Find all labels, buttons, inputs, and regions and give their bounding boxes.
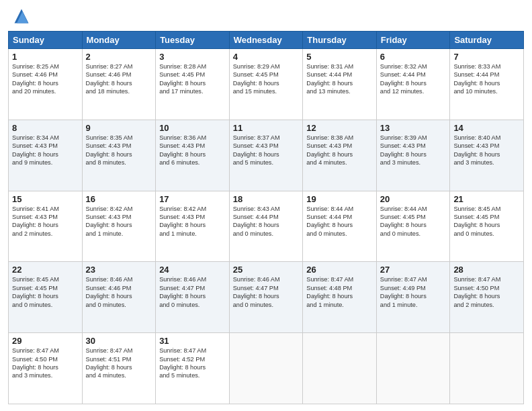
calendar-cell: 25Sunrise: 8:46 AMSunset: 4:47 PMDayligh…	[229, 262, 303, 333]
calendar-cell: 26Sunrise: 8:47 AMSunset: 4:48 PMDayligh…	[303, 262, 377, 333]
day-number: 5	[306, 52, 373, 62]
calendar-cell: 23Sunrise: 8:46 AMSunset: 4:46 PMDayligh…	[82, 262, 156, 333]
cell-content: Sunrise: 8:29 AMSunset: 4:45 PMDaylight:…	[233, 62, 300, 96]
cell-content: Sunrise: 8:47 AMSunset: 4:48 PMDaylight:…	[306, 275, 373, 309]
day-number: 31	[159, 336, 226, 346]
cell-content: Sunrise: 8:46 AMSunset: 4:47 PMDaylight:…	[159, 275, 226, 309]
cell-content: Sunrise: 8:46 AMSunset: 4:46 PMDaylight:…	[86, 275, 152, 309]
calendar-cell: 16Sunrise: 8:42 AMSunset: 4:43 PMDayligh…	[82, 191, 156, 262]
cell-content: Sunrise: 8:28 AMSunset: 4:45 PMDaylight:…	[159, 62, 226, 96]
day-number: 29	[12, 336, 79, 346]
calendar-table: SundayMondayTuesdayWednesdayThursdayFrid…	[8, 31, 524, 404]
calendar-cell: 22Sunrise: 8:45 AMSunset: 4:45 PMDayligh…	[9, 262, 83, 333]
logo-icon	[12, 7, 31, 26]
day-number: 17	[159, 194, 226, 204]
calendar-cell: 21Sunrise: 8:45 AMSunset: 4:45 PMDayligh…	[450, 191, 524, 262]
calendar-cell	[229, 333, 303, 404]
day-number: 28	[453, 265, 520, 275]
calendar-cell: 12Sunrise: 8:38 AMSunset: 4:43 PMDayligh…	[303, 120, 377, 191]
logo-area	[8, 7, 31, 26]
day-header-wednesday: Wednesday	[229, 32, 303, 49]
day-header-sunday: Sunday	[9, 32, 83, 49]
calendar-week-4: 22Sunrise: 8:45 AMSunset: 4:45 PMDayligh…	[9, 262, 524, 333]
day-number: 10	[159, 123, 226, 133]
day-number: 26	[306, 265, 373, 275]
calendar-week-5: 29Sunrise: 8:47 AMSunset: 4:50 PMDayligh…	[9, 333, 524, 404]
calendar-cell: 14Sunrise: 8:40 AMSunset: 4:43 PMDayligh…	[450, 120, 524, 191]
calendar-week-1: 1Sunrise: 8:25 AMSunset: 4:46 PMDaylight…	[9, 49, 524, 120]
calendar-cell: 1Sunrise: 8:25 AMSunset: 4:46 PMDaylight…	[9, 49, 83, 120]
calendar-cell: 3Sunrise: 8:28 AMSunset: 4:45 PMDaylight…	[156, 49, 230, 120]
calendar-cell: 8Sunrise: 8:34 AMSunset: 4:43 PMDaylight…	[9, 120, 83, 191]
day-number: 14	[453, 123, 520, 133]
day-number: 18	[233, 194, 300, 204]
day-number: 4	[233, 52, 300, 62]
cell-content: Sunrise: 8:33 AMSunset: 4:44 PMDaylight:…	[453, 62, 520, 96]
day-number: 23	[86, 265, 152, 275]
cell-content: Sunrise: 8:44 AMSunset: 4:45 PMDaylight:…	[380, 205, 447, 238]
cell-content: Sunrise: 8:45 AMSunset: 4:45 PMDaylight:…	[453, 205, 520, 238]
calendar-cell: 24Sunrise: 8:46 AMSunset: 4:47 PMDayligh…	[156, 262, 230, 333]
calendar-cell: 11Sunrise: 8:37 AMSunset: 4:43 PMDayligh…	[229, 120, 303, 191]
cell-content: Sunrise: 8:27 AMSunset: 4:46 PMDaylight:…	[86, 62, 152, 96]
calendar-cell: 29Sunrise: 8:47 AMSunset: 4:50 PMDayligh…	[9, 333, 83, 404]
calendar-cell: 2Sunrise: 8:27 AMSunset: 4:46 PMDaylight…	[82, 49, 156, 120]
day-number: 16	[86, 194, 152, 204]
cell-content: Sunrise: 8:42 AMSunset: 4:43 PMDaylight:…	[86, 205, 152, 238]
cell-content: Sunrise: 8:41 AMSunset: 4:43 PMDaylight:…	[12, 205, 79, 238]
cell-content: Sunrise: 8:38 AMSunset: 4:43 PMDaylight:…	[306, 134, 373, 167]
day-number: 11	[233, 123, 300, 133]
calendar-cell: 19Sunrise: 8:44 AMSunset: 4:44 PMDayligh…	[303, 191, 377, 262]
cell-content: Sunrise: 8:32 AMSunset: 4:44 PMDaylight:…	[380, 62, 447, 96]
day-number: 30	[86, 336, 152, 346]
calendar-cell: 20Sunrise: 8:44 AMSunset: 4:45 PMDayligh…	[376, 191, 450, 262]
cell-content: Sunrise: 8:44 AMSunset: 4:44 PMDaylight:…	[306, 205, 373, 238]
day-number: 13	[380, 123, 447, 133]
day-header-thursday: Thursday	[303, 32, 377, 49]
cell-content: Sunrise: 8:47 AMSunset: 4:50 PMDaylight:…	[12, 347, 79, 380]
day-number: 20	[380, 194, 447, 204]
calendar-cell: 27Sunrise: 8:47 AMSunset: 4:49 PMDayligh…	[376, 262, 450, 333]
calendar-cell: 17Sunrise: 8:42 AMSunset: 4:43 PMDayligh…	[156, 191, 230, 262]
calendar-cell	[376, 333, 450, 404]
calendar-cell: 4Sunrise: 8:29 AMSunset: 4:45 PMDaylight…	[229, 49, 303, 120]
calendar-cell: 18Sunrise: 8:43 AMSunset: 4:44 PMDayligh…	[229, 191, 303, 262]
calendar-week-2: 8Sunrise: 8:34 AMSunset: 4:43 PMDaylight…	[9, 120, 524, 191]
cell-content: Sunrise: 8:40 AMSunset: 4:43 PMDaylight:…	[453, 134, 520, 167]
day-number: 19	[306, 194, 373, 204]
cell-content: Sunrise: 8:42 AMSunset: 4:43 PMDaylight:…	[159, 205, 226, 238]
day-header-saturday: Saturday	[450, 32, 524, 49]
calendar-cell: 10Sunrise: 8:36 AMSunset: 4:43 PMDayligh…	[156, 120, 230, 191]
calendar-cell	[303, 333, 377, 404]
cell-content: Sunrise: 8:25 AMSunset: 4:46 PMDaylight:…	[12, 62, 79, 96]
cell-content: Sunrise: 8:46 AMSunset: 4:47 PMDaylight:…	[233, 275, 300, 309]
day-number: 21	[453, 194, 520, 204]
cell-content: Sunrise: 8:47 AMSunset: 4:52 PMDaylight:…	[159, 347, 226, 380]
calendar-cell: 7Sunrise: 8:33 AMSunset: 4:44 PMDaylight…	[450, 49, 524, 120]
day-number: 12	[306, 123, 373, 133]
calendar-cell: 15Sunrise: 8:41 AMSunset: 4:43 PMDayligh…	[9, 191, 83, 262]
day-number: 22	[12, 265, 79, 275]
calendar-cell: 9Sunrise: 8:35 AMSunset: 4:43 PMDaylight…	[82, 120, 156, 191]
cell-content: Sunrise: 8:39 AMSunset: 4:43 PMDaylight:…	[380, 134, 447, 167]
day-header-tuesday: Tuesday	[156, 32, 230, 49]
day-number: 15	[12, 194, 79, 204]
calendar-cell: 6Sunrise: 8:32 AMSunset: 4:44 PMDaylight…	[376, 49, 450, 120]
day-number: 27	[380, 265, 447, 275]
cell-content: Sunrise: 8:34 AMSunset: 4:43 PMDaylight:…	[12, 134, 79, 167]
cell-content: Sunrise: 8:36 AMSunset: 4:43 PMDaylight:…	[159, 134, 226, 167]
calendar-cell: 30Sunrise: 8:47 AMSunset: 4:51 PMDayligh…	[82, 333, 156, 404]
calendar-cell: 13Sunrise: 8:39 AMSunset: 4:43 PMDayligh…	[376, 120, 450, 191]
day-number: 24	[159, 265, 226, 275]
cell-content: Sunrise: 8:43 AMSunset: 4:44 PMDaylight:…	[233, 205, 300, 238]
cell-content: Sunrise: 8:35 AMSunset: 4:43 PMDaylight:…	[86, 134, 152, 167]
cell-content: Sunrise: 8:47 AMSunset: 4:49 PMDaylight:…	[380, 275, 447, 309]
calendar-cell	[450, 333, 524, 404]
cell-content: Sunrise: 8:47 AMSunset: 4:51 PMDaylight:…	[86, 347, 152, 380]
calendar-cell: 5Sunrise: 8:31 AMSunset: 4:44 PMDaylight…	[303, 49, 377, 120]
day-number: 8	[12, 123, 79, 133]
day-number: 2	[86, 52, 152, 62]
day-number: 9	[86, 123, 152, 133]
day-header-friday: Friday	[376, 32, 450, 49]
cell-content: Sunrise: 8:37 AMSunset: 4:43 PMDaylight:…	[233, 134, 300, 167]
